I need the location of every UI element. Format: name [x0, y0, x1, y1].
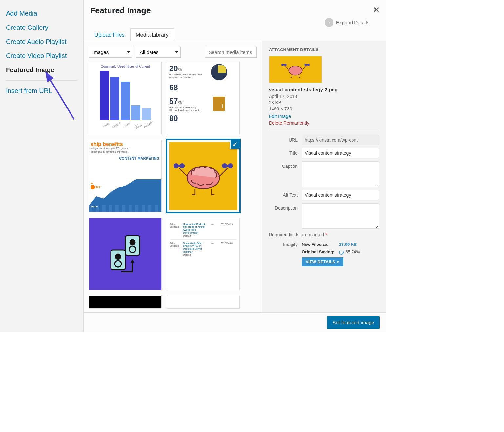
svg-point-12 — [115, 254, 121, 259]
set-featured-image-button[interactable]: Set featured image — [327, 316, 380, 329]
imagify-label: Imagify — [269, 242, 302, 266]
modal-footer: Set featured image — [84, 312, 386, 332]
alt-text-field[interactable] — [302, 190, 379, 200]
sidebar-item-insert-from-url[interactable]: Insert from URL — [0, 84, 83, 98]
modal-sidebar: Add Media Create Gallery Create Audio Pl… — [0, 0, 84, 332]
sidebar-item-create-video-playlist[interactable]: Create Video Playlist — [0, 49, 83, 63]
details-dimensions: 1460 × 730 — [269, 106, 379, 111]
details-heading: ATTACHMENT DETAILS — [269, 47, 379, 52]
tab-upload-files[interactable]: Upload Files — [89, 28, 130, 41]
svg-point-4 — [179, 163, 185, 168]
media-thumb[interactable] — [89, 218, 162, 290]
svg-point-14 — [289, 66, 302, 75]
thumb-bars — [92, 71, 159, 120]
expand-details-toggle[interactable]: ‹ Expand Details — [325, 18, 369, 27]
document-icon — [213, 97, 225, 111]
media-thumb[interactable]: Commonly Used Types of Conent VisualBlog… — [89, 62, 162, 134]
details-filename: visual-content-strategy-2.png — [269, 87, 379, 92]
sidebar-item-featured-image[interactable]: Featured Image — [0, 63, 83, 77]
svg-point-20 — [307, 64, 310, 66]
expand-details-label: Expand Details — [336, 20, 369, 25]
url-label: URL — [269, 135, 302, 143]
media-modal: ✕ Add Media Create Gallery Create Audio … — [0, 0, 386, 332]
svg-point-7 — [228, 163, 233, 168]
chevron-left-icon: ‹ — [325, 18, 333, 27]
caption-label: Caption — [269, 161, 302, 169]
svg-point-17 — [284, 64, 287, 66]
caption-field[interactable] — [302, 161, 379, 187]
media-grid-scroll[interactable]: Commonly Used Types of Conent VisualBlog… — [89, 62, 257, 327]
spinner-icon — [339, 250, 344, 255]
required-note: Required fields are marked * — [269, 232, 379, 237]
media-library-panel: Images All dates Commonly Used Types of … — [84, 41, 262, 332]
media-thumb[interactable]: ship benefits built your audience, your … — [89, 140, 162, 212]
media-thumb[interactable]: Brian Jackson How to Use Bedrock and Tre… — [167, 218, 240, 290]
clock-icon — [211, 64, 227, 80]
svg-point-3 — [174, 163, 179, 168]
filter-date-select[interactable]: All dates — [136, 47, 181, 58]
url-field[interactable] — [302, 135, 379, 145]
sidebar-item-create-audio-playlist[interactable]: Create Audio Playlist — [0, 35, 83, 49]
description-label: Description — [269, 203, 302, 211]
tab-media-library[interactable]: Media Library — [130, 28, 174, 41]
svg-point-6 — [222, 163, 227, 168]
media-grid: Commonly Used Types of Conent VisualBlog… — [89, 62, 257, 309]
sidebar-item-create-gallery[interactable]: Create Gallery — [0, 21, 83, 35]
svg-point-16 — [281, 64, 284, 66]
description-field[interactable] — [302, 203, 379, 229]
servers-icon — [102, 231, 148, 277]
svg-point-19 — [305, 64, 307, 66]
close-icon[interactable]: ✕ — [373, 5, 380, 14]
tabs: Upload Files Media Library — [84, 28, 386, 41]
check-icon[interactable]: ✓ — [230, 140, 240, 149]
media-thumb[interactable] — [89, 296, 162, 309]
details-filesize: 23 KB — [269, 100, 379, 105]
imagify-saving: 65.74% — [346, 249, 360, 254]
imagify-new-filesize: 23.09 KB — [339, 242, 357, 247]
person-icon: ds800 — [91, 182, 100, 189]
view-details-button[interactable]: VIEW DETAILS▾ — [302, 257, 343, 266]
media-thumb[interactable]: 20%of internet users' online time is spe… — [167, 62, 240, 134]
svg-point-13 — [115, 261, 121, 267]
title-label: Title — [269, 148, 302, 156]
delete-permanently-link[interactable]: Delete Permanently — [269, 120, 309, 126]
thumb-bar-labels: VisualBloggingVideosLive VideosPodcastin… — [92, 120, 159, 126]
details-date: April 17, 2018 — [269, 94, 379, 99]
thumb-title: Commonly Used Types of Conent — [92, 65, 159, 68]
alt-text-label: Alt Text — [269, 190, 302, 198]
library-toolbar: Images All dates — [89, 47, 257, 58]
edit-image-link[interactable]: Edit Image — [269, 114, 291, 119]
page-title: Featured Image — [90, 6, 151, 15]
modal-header: Featured Image — [84, 0, 386, 18]
chevron-down-icon: ▾ — [337, 260, 339, 264]
search-input[interactable] — [205, 47, 257, 58]
sidebar-item-add-media[interactable]: Add Media — [0, 7, 83, 21]
title-field[interactable] — [302, 148, 379, 158]
media-thumb[interactable] — [167, 296, 240, 309]
media-thumb-selected[interactable]: ✓ — [167, 140, 240, 212]
svg-point-10 — [130, 240, 135, 245]
attachment-details-panel: ATTACHMENT DETAILS — [262, 41, 386, 332]
filter-type-select[interactable]: Images — [89, 47, 132, 58]
brain-illustration — [174, 154, 233, 198]
details-thumbnail — [269, 56, 322, 83]
modal-main: Featured Image ‹ Expand Details Upload F… — [84, 0, 386, 332]
svg-point-11 — [129, 246, 136, 253]
